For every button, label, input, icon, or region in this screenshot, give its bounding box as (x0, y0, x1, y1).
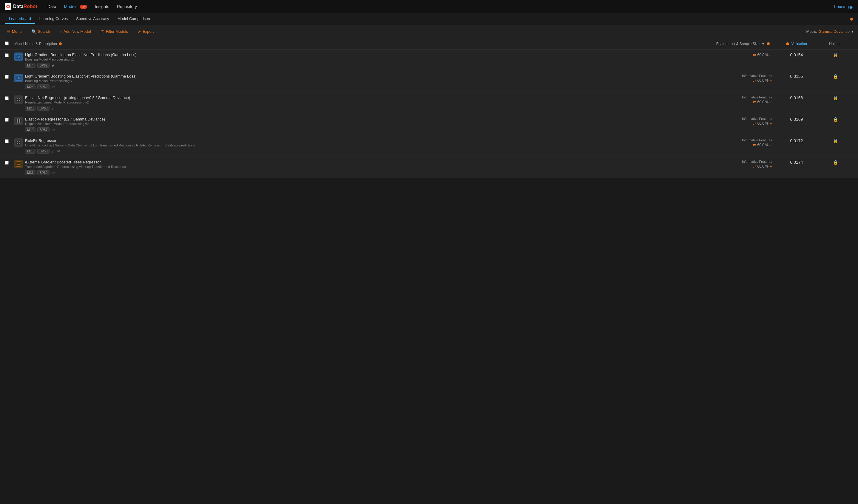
star-icon[interactable]: ☆ (51, 170, 55, 175)
logo[interactable]: DataRobot (5, 3, 37, 10)
model-checkbox[interactable] (5, 95, 12, 101)
model-row-main: ⚙ Light Gradient Boosting on ElasticNet … (5, 74, 853, 89)
tab-model-comparison[interactable]: Model Comparison (113, 14, 154, 24)
add-feature-icon[interactable]: + (770, 78, 772, 83)
model-name[interactable]: Elastic-Net Regressor (mixing alpha=0.5 … (25, 95, 686, 100)
nav-data[interactable]: Data (45, 3, 59, 10)
model-row[interactable]: Elastic-Net Regressor (mixing alpha=0.5 … (0, 93, 858, 114)
nav-repository[interactable]: Repository (114, 3, 140, 10)
feature-label: Informative Features (742, 117, 772, 120)
table-header: Model Name & Description Feature List & … (0, 38, 858, 49)
star-icon[interactable]: ☆ (51, 84, 55, 89)
svg-rect-12 (17, 119, 18, 121)
model-description: Regularized Linear Model Preprocessing v… (25, 122, 686, 126)
feature-sample: ⇄ 60.0 % + (753, 100, 772, 104)
model-row[interactable]: ⚙ Light Gradient Boosting on ElasticNet … (0, 71, 858, 93)
nav-models[interactable]: Models 28 (61, 3, 90, 10)
col-header-feature: Feature List & Sample Size ▼ (686, 42, 776, 46)
share-icon[interactable]: ⇄ (753, 100, 756, 104)
lock-icon: 🔒 (833, 52, 838, 57)
model-tag: M19 (25, 127, 35, 132)
export-button[interactable]: ↗ Export (136, 28, 156, 35)
add-feature-icon[interactable]: + (770, 143, 772, 147)
model-list: ⚙ Light Gradient Boosting on ElasticNet … (0, 49, 858, 178)
search-button[interactable]: 🔍 Search (30, 28, 52, 35)
eye-icon[interactable]: 👁 (57, 149, 61, 153)
svg-rect-10 (19, 100, 20, 101)
svg-text:⚙: ⚙ (17, 55, 20, 59)
svg-rect-20 (19, 143, 20, 144)
svg-point-1 (7, 6, 9, 7)
share-icon[interactable]: ⇄ (753, 78, 756, 83)
model-checkbox[interactable] (5, 117, 12, 123)
svg-rect-8 (19, 98, 20, 99)
add-icon: + (60, 29, 62, 34)
col-header-validation: Validation (776, 42, 817, 46)
metric-selector[interactable]: Metric Gamma Deviance ▾ (806, 29, 853, 34)
add-feature-icon[interactable]: + (770, 121, 772, 126)
model-holdout: 🔒 (817, 160, 853, 165)
star-icon[interactable]: ☆ (51, 149, 55, 153)
model-name[interactable]: Light Gradient Boosting on ElasticNet Pr… (25, 74, 686, 78)
svg-text:XG: XG (17, 163, 20, 165)
nav-insights[interactable]: Insights (92, 3, 112, 10)
tab-speed-vs-accuracy[interactable]: Speed vs Accuracy (72, 14, 113, 24)
tab-leaderboard[interactable]: Leaderboard (5, 14, 35, 24)
share-icon[interactable]: ⇄ (753, 143, 756, 147)
model-name[interactable]: RuleFit Regressor (25, 139, 686, 143)
model-holdout: 🔒 (817, 74, 853, 79)
model-checkbox[interactable] (5, 74, 12, 80)
model-tags: M19BP57 ☆ (25, 127, 686, 132)
model-feature: Informative Features ⇄ 60.0 % + (686, 139, 776, 147)
lock-icon: 🔒 (833, 117, 838, 122)
model-info: RuleFit Regressor One-Hot Encoding | Num… (25, 139, 686, 153)
model-tag: BP62 (37, 84, 49, 89)
model-name[interactable]: eXtreme Gradient Boosted Trees Regressor (25, 160, 686, 164)
nav-items: Data Models 28 Insights Repository (45, 3, 834, 10)
star-icon[interactable]: ☆ (51, 127, 55, 132)
add-model-button[interactable]: + Add New Model (58, 28, 93, 35)
add-feature-icon[interactable]: + (770, 100, 772, 104)
model-holdout: 🔒 (817, 95, 853, 100)
add-feature-icon[interactable]: + (770, 52, 772, 57)
model-tags: M44BP62 ★ (25, 63, 686, 68)
export-icon: ↗ (138, 29, 141, 34)
feature-sample: ⇄ 60.0 % + (753, 78, 772, 83)
share-icon[interactable]: ⇄ (753, 164, 756, 168)
select-all-checkbox[interactable] (5, 42, 12, 46)
model-checkbox[interactable] (5, 160, 12, 165)
model-description: Boosting Model Preprocessing v1 (25, 58, 686, 61)
model-tag: M15 (25, 149, 35, 153)
model-holdout: 🔒 (817, 117, 853, 122)
model-row-main: Elastic-Net Regressor (mixing alpha=0.5 … (5, 95, 853, 111)
tab-learning-curves[interactable]: Learning Curves (35, 14, 72, 24)
project-name[interactable]: housing.jp (834, 4, 853, 9)
svg-rect-19 (17, 143, 18, 144)
sample-size: 60.0 % (757, 164, 768, 168)
feature-sample: ⇄ 60.0 % + (753, 121, 772, 126)
share-icon[interactable]: ⇄ (753, 53, 756, 57)
filter-button[interactable]: ⚗ Filter Models (99, 28, 130, 35)
sample-size: 60.0 % (757, 53, 768, 57)
model-row[interactable]: ⚙ Light Gradient Boosting on ElasticNet … (0, 49, 858, 71)
feature-label: Informative Features (742, 74, 772, 78)
model-row[interactable]: XG eXtreme Gradient Boosted Trees Regres… (0, 157, 858, 178)
menu-button[interactable]: ☰ Menu (5, 28, 23, 35)
star-icon[interactable]: ☆ (51, 106, 55, 111)
star-icon[interactable]: ★ (51, 63, 55, 68)
model-info: Light Gradient Boosting on ElasticNet Pr… (25, 74, 686, 89)
model-checkbox[interactable] (5, 139, 12, 144)
model-name[interactable]: Elastic-Net Regressor (L2 / Gamma Devian… (25, 117, 686, 121)
model-checkbox[interactable] (5, 52, 12, 58)
model-info: Elastic-Net Regressor (mixing alpha=0.5 … (25, 95, 686, 111)
model-name[interactable]: Light Gradient Boosting on ElasticNet Pr… (25, 52, 686, 57)
svg-text:⚙: ⚙ (17, 77, 20, 80)
share-icon[interactable]: ⇄ (753, 121, 756, 126)
sample-size: 60.0 % (757, 78, 768, 83)
model-description: Boosting Model Preprocessing v1 (25, 79, 686, 83)
model-row[interactable]: RuleFit Regressor One-Hot Encoding | Num… (0, 135, 858, 157)
add-feature-icon[interactable]: + (770, 164, 772, 169)
feature-filter-icon[interactable]: ▼ (761, 42, 765, 46)
model-row[interactable]: Elastic-Net Regressor (L2 / Gamma Devian… (0, 114, 858, 135)
model-validation-score: 0.0168 (776, 95, 817, 100)
